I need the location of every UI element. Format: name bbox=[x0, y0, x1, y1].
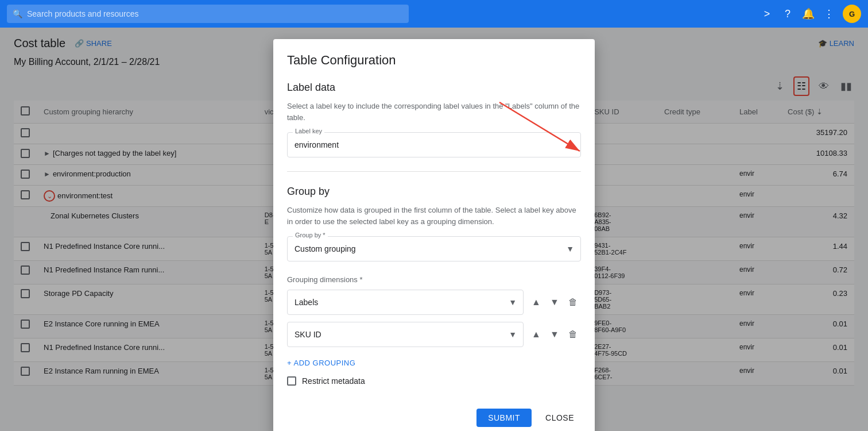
group-by-field: Group by * Custom grouping ▼ bbox=[287, 236, 581, 261]
grouping-select-wrap-1: Labels ▼ bbox=[287, 290, 524, 315]
topbar-actions: > ? 🔔 ⋮ G bbox=[760, 5, 861, 23]
topbar: 🔍 Search products and resources > ? 🔔 ⋮ … bbox=[0, 0, 868, 28]
delete-2-button[interactable]: 🗑 bbox=[565, 326, 581, 343]
move-down-2-button[interactable]: ▼ bbox=[547, 326, 563, 343]
search-placeholder: Search products and resources bbox=[27, 9, 139, 18]
main-area: Cost table 🔗 SHARE 🎓 LEARN My Billing Ac… bbox=[0, 28, 868, 431]
help-icon[interactable]: ? bbox=[781, 7, 795, 21]
group-by-select[interactable]: Custom grouping bbox=[287, 236, 581, 261]
notifications-icon[interactable]: 🔔 bbox=[801, 7, 815, 21]
grouping-controls-2: ▲ ▼ 🗑 bbox=[528, 326, 581, 343]
group-by-section-title: Group by bbox=[287, 186, 581, 198]
delete-1-button[interactable]: 🗑 bbox=[565, 294, 581, 310]
close-button[interactable]: CLOSE bbox=[538, 409, 581, 427]
dialog-title: Table Configuration bbox=[287, 53, 581, 68]
label-data-desc: Select a label key to include the corres… bbox=[287, 101, 581, 123]
restrict-metadata-row: Restrict metadata bbox=[287, 376, 581, 386]
label-data-section-title: Label data bbox=[287, 82, 581, 94]
restrict-metadata-checkbox[interactable] bbox=[287, 376, 296, 386]
more-vert-icon[interactable]: ⋮ bbox=[822, 7, 836, 21]
grouping-select-wrap-2: SKU ID ▼ bbox=[287, 322, 524, 347]
restrict-metadata-label: Restrict metadata bbox=[302, 376, 365, 386]
dialog-footer: SUBMIT CLOSE bbox=[273, 399, 595, 431]
grouping-dim-1-select[interactable]: Labels bbox=[287, 290, 524, 315]
label-key-label: Label key bbox=[293, 128, 324, 134]
move-up-2-button[interactable]: ▲ bbox=[528, 326, 544, 343]
table-config-dialog: Table Configuration Label data Select a … bbox=[273, 39, 595, 431]
terminal-icon[interactable]: > bbox=[760, 7, 774, 21]
divider-1 bbox=[287, 171, 581, 172]
move-up-1-button[interactable]: ▲ bbox=[528, 294, 544, 310]
grouping-row-2: SKU ID ▼ ▲ ▼ 🗑 bbox=[287, 322, 581, 347]
grouping-row-1: Labels ▼ ▲ ▼ 🗑 bbox=[287, 290, 581, 315]
modal-overlay: Table Configuration Label data Select a … bbox=[0, 28, 868, 431]
label-key-select[interactable]: environment bbox=[287, 132, 581, 157]
grouping-dimensions-label: Grouping dimensions * bbox=[287, 275, 581, 284]
grouping-controls-1: ▲ ▼ 🗑 bbox=[528, 294, 581, 310]
add-grouping-button[interactable]: + ADD GROUPING bbox=[287, 354, 355, 372]
avatar[interactable]: G bbox=[843, 5, 861, 23]
search-bar[interactable]: 🔍 Search products and resources bbox=[7, 5, 409, 23]
submit-button[interactable]: SUBMIT bbox=[476, 409, 532, 427]
group-by-label: Group by * bbox=[293, 232, 328, 238]
grouping-dim-2-select[interactable]: SKU ID bbox=[287, 322, 524, 347]
group-by-desc: Customize how data is grouped in the fir… bbox=[287, 205, 581, 227]
move-down-1-button[interactable]: ▼ bbox=[547, 294, 563, 310]
label-key-field: Label key environment ▼ bbox=[287, 132, 581, 157]
search-icon: 🔍 bbox=[13, 9, 22, 18]
